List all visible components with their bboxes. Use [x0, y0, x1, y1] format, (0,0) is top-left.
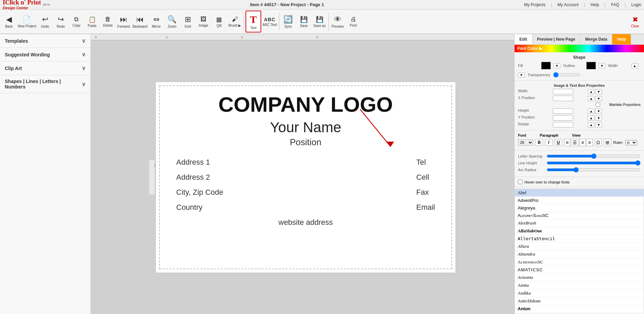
sync-button[interactable]: 🔄 Sync: [281, 11, 296, 32]
copy-button[interactable]: ⧉ Copy: [69, 11, 84, 32]
outline-dropdown-btn[interactable]: ▼: [599, 63, 605, 68]
arc-radius-slider[interactable]: [547, 167, 641, 173]
qr-button[interactable]: ▦ QR: [212, 11, 227, 32]
rotate-input[interactable]: [553, 122, 573, 127]
new-project-label: New Project: [18, 24, 36, 28]
tab-merge-data[interactable]: Merge Data: [580, 34, 613, 44]
sidebar-item-clip-art[interactable]: Clip Art ∨: [0, 62, 90, 75]
text-button[interactable]: T Text: [246, 11, 261, 32]
help-link[interactable]: Help: [591, 2, 599, 7]
tab-edit[interactable]: Edit: [515, 34, 532, 44]
maintain-proportions-checkbox[interactable]: [588, 103, 608, 107]
font-list-item-alegreya[interactable]: Alegreya: [515, 204, 644, 212]
width-prop-down[interactable]: ▼: [595, 89, 602, 94]
omega-button[interactable]: Ω: [595, 139, 602, 146]
font-list-item-alex-brush[interactable]: AlexBrush: [515, 219, 644, 227]
paste-button[interactable]: 📋 Paste: [85, 11, 100, 32]
y-pos-input[interactable]: [553, 115, 573, 121]
arc-text-label: ARC Text: [263, 23, 277, 27]
toolbar: ◀ Back 📄 New Project ↩ Undo ↪ Redo ⧉ Cop…: [0, 10, 644, 34]
login-link[interactable]: Login: [631, 2, 641, 7]
width-prop-input[interactable]: [553, 89, 573, 94]
align-left-button[interactable]: ≡: [564, 139, 570, 146]
arc-text-button[interactable]: ABC ARC Text: [262, 11, 278, 32]
font-size-select[interactable]: 28: [518, 139, 533, 146]
font-list-item-arizonia[interactable]: Arizonia: [515, 274, 644, 282]
height-prop-up[interactable]: ▲: [588, 109, 594, 114]
new-project-button[interactable]: 📄 New Project: [17, 11, 37, 32]
font-list-item-amatic-sc[interactable]: AmaticSC: [515, 266, 644, 274]
image-button[interactable]: 🖼 Image: [196, 11, 211, 32]
y-pos-down[interactable]: ▼: [595, 115, 602, 121]
align-justify-button[interactable]: ≡: [586, 139, 592, 146]
clear-button[interactable]: ✖ Clear: [628, 11, 643, 32]
font-list-item-allerta-stencil[interactable]: AllertaStencil: [515, 235, 644, 243]
width-prop-label: Width: [518, 89, 551, 94]
fill-dropdown-btn[interactable]: ▼: [554, 63, 560, 68]
sidebar-item-shapes[interactable]: Shapes | Lines | Letters | Numbers ∨: [0, 75, 90, 93]
font-list-item-allura[interactable]: Allura: [515, 243, 644, 250]
transparency-slider[interactable]: [553, 72, 580, 78]
font-list-item-almendras-sc[interactable]: AlmendrasSC: [515, 258, 644, 266]
align-center-button[interactable]: ☰: [571, 139, 579, 146]
undo-button[interactable]: ↩ Undo: [38, 11, 53, 32]
grid-view-button[interactable]: ⊞: [604, 139, 611, 146]
height-prop-input[interactable]: [553, 108, 573, 114]
mirror-button[interactable]: ⇔ Mirror: [149, 11, 164, 32]
ruler-unit-select[interactable]: in: [625, 140, 637, 145]
rotate-up[interactable]: ▲: [588, 122, 594, 127]
underline-button[interactable]: U: [555, 139, 562, 146]
font-list-item-arial[interactable]: Arial: [515, 313, 644, 314]
print-button[interactable]: 🖨 Print: [346, 11, 361, 32]
width-label: Width: [608, 64, 629, 68]
font-list-item-abel[interactable]: Abel: [515, 189, 644, 197]
hover-fonts-checkbox[interactable]: [518, 180, 522, 184]
y-pos-up[interactable]: ▲: [588, 115, 594, 121]
font-list-item-alegreya-sc[interactable]: AlegreySansSC: [515, 212, 644, 219]
delete-button[interactable]: 🗑 Delete: [100, 11, 115, 32]
tab-preview-new-page[interactable]: Preview | New Page: [532, 34, 580, 44]
rotate-down[interactable]: ▼: [595, 122, 602, 127]
font-list-item-almendra[interactable]: Almendra: [515, 250, 644, 258]
x-pos-up[interactable]: ▲: [588, 96, 594, 101]
x-pos-down[interactable]: ▼: [595, 96, 602, 101]
transparency-label: Transparency: [528, 73, 550, 77]
redo-button[interactable]: ↪ Redo: [53, 11, 68, 32]
font-color-bar[interactable]: Font Color ▶: [515, 45, 644, 52]
italic-button[interactable]: I: [545, 139, 552, 146]
sidebar-item-templates[interactable]: Templates ∨: [0, 34, 90, 48]
fill-color-swatch[interactable]: [541, 62, 551, 69]
save-button[interactable]: 💾 Save: [296, 11, 311, 32]
zoom-button[interactable]: 🔍 Zoom: [165, 11, 180, 32]
backward-button[interactable]: ⏮ Backward: [132, 11, 148, 32]
grid-button[interactable]: ⊞ Grid: [180, 11, 195, 32]
bold-button[interactable]: B: [535, 139, 543, 146]
font-list-item-andika[interactable]: Andika: [515, 289, 644, 297]
align-right-button[interactable]: ≡: [579, 139, 586, 146]
preview-button[interactable]: 👁 Preview: [330, 11, 345, 32]
letter-spacing-slider[interactable]: [547, 153, 641, 159]
width-up-btn[interactable]: ▲: [631, 63, 638, 68]
x-pos-input[interactable]: [553, 96, 573, 101]
delete-label: Delete: [103, 24, 113, 27]
forward-button[interactable]: ⏭ Forward: [116, 11, 131, 32]
tab-help[interactable]: Help: [612, 34, 631, 44]
height-prop-down[interactable]: ▼: [595, 109, 602, 114]
faq-link[interactable]: FAQ: [611, 2, 619, 7]
width-down-btn[interactable]: ▼: [518, 72, 525, 78]
my-projects-link[interactable]: My Projects: [524, 2, 546, 7]
save-as-button[interactable]: 💾 Save as: [312, 11, 327, 32]
width-prop-up[interactable]: ▲: [588, 89, 594, 94]
sidebar-item-suggested-wording[interactable]: Suggested Wording ∨: [0, 48, 90, 62]
design-canvas[interactable]: COMPANY LOGO Your Name Position Address …: [155, 82, 456, 273]
font-list-item-alfa-slab[interactable]: AlfaSlabOne: [515, 227, 644, 235]
back-button[interactable]: ◀ Back: [1, 11, 16, 32]
font-list-item-amita[interactable]: Amita: [515, 282, 644, 289]
my-account-link[interactable]: My Account: [558, 2, 579, 7]
font-list-item-anton[interactable]: Anton: [515, 305, 644, 313]
font-list-item-antic-didone[interactable]: AnticDidone: [515, 297, 644, 305]
brush-button[interactable]: 🖌 Brush ▶: [227, 11, 242, 32]
outline-color-swatch[interactable]: [586, 62, 596, 69]
font-list-item-adventpro[interactable]: AdventPro: [515, 197, 644, 204]
line-height-slider[interactable]: [547, 160, 641, 166]
